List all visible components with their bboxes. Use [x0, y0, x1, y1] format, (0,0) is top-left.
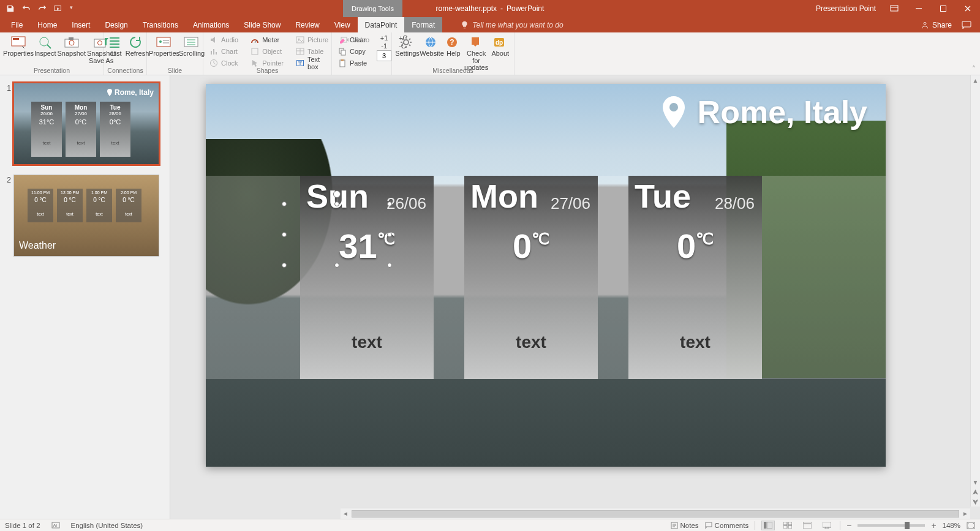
settings-button[interactable]: Settings: [396, 34, 419, 72]
help-icon: ?: [445, 36, 462, 49]
view-normal-button[interactable]: [761, 521, 775, 530]
slide-thumbnail-2[interactable]: 11:00 PM0 °Ctext 12:00 PM0 °Ctext 1:00 P…: [13, 175, 159, 257]
resize-handle[interactable]: [334, 263, 339, 268]
inspect-icon: [37, 36, 54, 49]
resize-handle[interactable]: [387, 201, 392, 206]
undo-icon[interactable]: [22, 4, 31, 13]
paste-button[interactable]: Paste: [336, 58, 369, 69]
comments-button[interactable]: Comments: [705, 522, 749, 529]
scroll-up-icon[interactable]: ▲: [971, 75, 980, 85]
share-button[interactable]: Share: [921, 21, 952, 29]
inspect-button[interactable]: Inspect: [34, 34, 56, 64]
copy-button[interactable]: Copy: [336, 46, 369, 57]
tab-file[interactable]: File: [4, 17, 30, 32]
resize-handle[interactable]: [282, 263, 287, 268]
resize-handle[interactable]: [334, 201, 339, 206]
close-icon[interactable]: [962, 2, 974, 15]
card-text[interactable]: text: [628, 333, 762, 352]
weather-card-tue[interactable]: Tue 28/06 0℃ text: [628, 176, 762, 379]
tab-review[interactable]: Review: [288, 17, 326, 32]
refresh-button[interactable]: Refresh: [126, 34, 148, 58]
save-icon[interactable]: [6, 4, 15, 13]
card-temp[interactable]: 0℃: [628, 226, 762, 266]
slide-thumbnail-1[interactable]: Rome, Italy Sun26/0631°Ctext Mon27/060°C…: [13, 83, 159, 165]
meter-button[interactable]: Meter: [248, 34, 286, 45]
window-title: rome-weather.pptx - PowerPoint: [436, 4, 545, 13]
next-slide-icon[interactable]: ⮟: [971, 497, 980, 507]
plus1-button[interactable]: +1: [380, 34, 388, 42]
view-slideshow-button[interactable]: [820, 521, 834, 530]
scroll-right-icon[interactable]: ►: [960, 510, 970, 517]
object-button[interactable]: Object: [248, 46, 286, 57]
check-updates-button[interactable]: Check for updates: [464, 34, 489, 72]
slide-editor[interactable]: Rome, Italy Sun 26/06 31℃ text Mon 27/06…: [170, 75, 980, 519]
about-button[interactable]: dpAbout: [491, 34, 510, 72]
scrollbar-thumb[interactable]: [352, 510, 959, 518]
tab-home[interactable]: Home: [30, 17, 64, 32]
minus1-button[interactable]: -1: [381, 42, 387, 50]
snapshot-button[interactable]: Snapshot: [57, 34, 85, 64]
minimize-icon[interactable]: [913, 2, 925, 15]
resize-handle[interactable]: [387, 263, 392, 268]
resize-handle[interactable]: [282, 232, 287, 237]
resize-handle[interactable]: [387, 232, 392, 237]
view-sorter-button[interactable]: [781, 521, 794, 530]
website-button[interactable]: Website: [420, 34, 443, 72]
help-button[interactable]: ?Help: [445, 34, 462, 72]
comments-icon[interactable]: [962, 21, 971, 29]
location-title[interactable]: Rome, Italy: [661, 94, 867, 130]
card-text[interactable]: text: [464, 333, 598, 352]
qat-customize-icon[interactable]: ▾: [70, 4, 78, 13]
zoom-slider[interactable]: [858, 524, 925, 527]
tell-me-search[interactable]: Tell me what you want to do: [461, 17, 563, 32]
tab-view[interactable]: View: [327, 17, 358, 32]
list-button[interactable]: List: [108, 34, 125, 58]
card-text[interactable]: text: [300, 333, 434, 352]
status-bar: Slide 1 of 2 English (United States) Not…: [0, 519, 980, 531]
weather-card-mon[interactable]: Mon 27/06 0℃ text: [464, 176, 598, 379]
about-icon: dp: [492, 36, 509, 49]
horizontal-scrollbar[interactable]: ◄ ►: [341, 508, 970, 519]
properties-button[interactable]: Properties: [4, 34, 33, 64]
chart-button[interactable]: Chart: [207, 46, 241, 57]
zoom-out-button[interactable]: −: [846, 521, 851, 530]
card-temp[interactable]: 0℃: [464, 226, 598, 266]
picture-button[interactable]: Picture: [293, 34, 331, 45]
audio-button[interactable]: Audio: [207, 34, 241, 45]
collapse-ribbon-icon[interactable]: ˄: [968, 32, 980, 75]
fit-to-window-button[interactable]: [967, 522, 975, 529]
tab-insert[interactable]: Insert: [64, 17, 97, 32]
notes-button[interactable]: Notes: [671, 522, 699, 529]
view-reading-button[interactable]: [801, 521, 814, 530]
meter-icon: [251, 36, 259, 44]
zoom-slider-knob[interactable]: [905, 522, 910, 529]
resize-handle[interactable]: [282, 201, 287, 206]
tab-animations[interactable]: Animations: [186, 17, 236, 32]
ribbon-group-presentation: Properties Inspect Snapshot Snapshot Sav…: [0, 32, 104, 75]
tab-format[interactable]: Format: [404, 17, 442, 32]
slide-properties-button[interactable]: Properties: [151, 34, 178, 58]
redo-icon[interactable]: [38, 4, 47, 13]
scroll-left-icon[interactable]: ◄: [341, 510, 350, 517]
scroll-down-icon[interactable]: ▼: [971, 477, 980, 487]
slide-canvas[interactable]: Rome, Italy Sun 26/06 31℃ text Mon 27/06…: [206, 84, 886, 467]
scrolling-button[interactable]: Scrolling: [179, 34, 205, 58]
clear-button[interactable]: Clear: [336, 34, 369, 45]
ribbon-display-options-icon[interactable]: [888, 2, 900, 15]
tab-slideshow[interactable]: Slide Show: [236, 17, 288, 32]
tab-transitions[interactable]: Transitions: [135, 17, 186, 32]
maximize-icon[interactable]: [937, 2, 949, 15]
tab-datapoint[interactable]: DataPoint: [358, 17, 405, 32]
rotation-handle[interactable]: [333, 190, 341, 198]
zoom-level[interactable]: 148%: [943, 522, 960, 529]
start-from-beginning-icon[interactable]: [54, 4, 62, 13]
selection-box[interactable]: [284, 204, 390, 265]
zoom-in-button[interactable]: +: [931, 521, 936, 530]
vertical-scrollbar[interactable]: ▲ ▼ ⮝ ⮟: [970, 75, 980, 507]
status-language[interactable]: English (United States): [71, 522, 143, 529]
index-input[interactable]: [377, 50, 391, 61]
tab-design[interactable]: Design: [97, 17, 135, 32]
spellcheck-icon[interactable]: [51, 522, 60, 529]
prev-slide-icon[interactable]: ⮝: [971, 487, 980, 497]
status-slide-count[interactable]: Slide 1 of 2: [5, 522, 40, 529]
